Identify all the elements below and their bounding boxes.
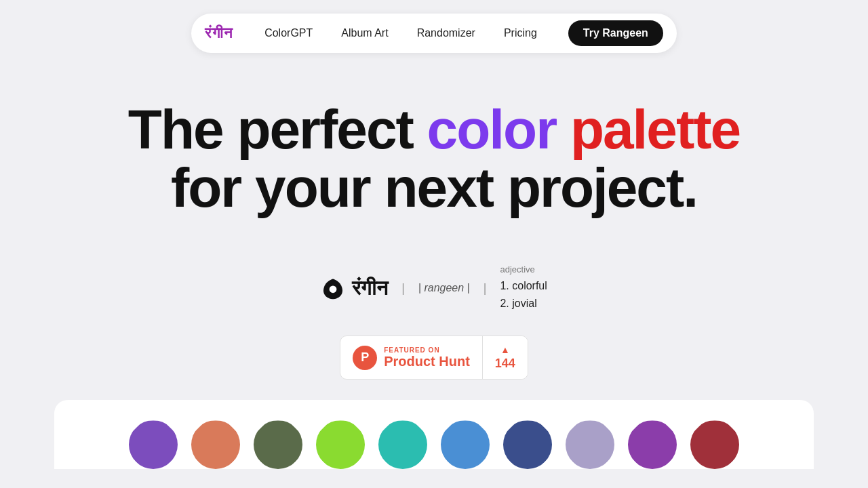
brand-name-text: रंगीन: [352, 277, 388, 300]
swatch-navy[interactable]: [503, 420, 552, 469]
ph-upvote-arrow-icon: ▲: [500, 344, 510, 355]
hero-section: The perfect color palette for your next …: [0, 66, 868, 237]
hero-title: The perfect color palette for your next …: [14, 100, 854, 217]
ph-upvote-block[interactable]: ▲ 144: [482, 336, 528, 379]
hero-title-part2: for your next project.: [171, 157, 697, 218]
navbar: रंगीन ColorGPT Album Art Randomizer Pric…: [0, 0, 868, 66]
logo[interactable]: रंगीन: [205, 24, 233, 42]
product-hunt-badge[interactable]: P FEATURED ON Product Hunt ▲ 144: [340, 336, 528, 380]
part-of-speech: adjective: [500, 264, 547, 274]
definition-text: adjective 1. colorful 2. jovial: [500, 264, 547, 312]
swatch-lime[interactable]: [316, 420, 365, 469]
nav-link-album-art[interactable]: Album Art: [330, 22, 399, 45]
meaning-1: 1. colorful: [500, 277, 547, 295]
hero-title-part1: The perfect: [128, 98, 427, 160]
nav-inner: रंगीन ColorGPT Album Art Randomizer Pric…: [191, 14, 677, 53]
swatch-purple[interactable]: [129, 420, 178, 469]
hero-title-color: color: [427, 98, 556, 160]
ph-text-block: FEATURED ON Product Hunt: [384, 346, 470, 369]
ph-logo-icon: P: [353, 346, 377, 370]
meaning-2: 2. jovial: [500, 295, 547, 312]
brand-mark: रंगीन: [321, 276, 388, 300]
nav-link-colorgpt[interactable]: ColorGPT: [254, 22, 323, 45]
ph-badge-left: P FEATURED ON Product Hunt: [340, 338, 482, 378]
hero-title-space: [556, 98, 570, 160]
ph-featured-label: FEATURED ON: [384, 346, 470, 354]
ph-upvote-count: 144: [495, 357, 515, 371]
hero-title-palette: palette: [570, 98, 740, 160]
definition-meanings: 1. colorful 2. jovial: [500, 277, 547, 312]
swatch-olive[interactable]: [254, 420, 302, 469]
swatches-section: [54, 400, 814, 469]
product-hunt-container: P FEATURED ON Product Hunt ▲ 144: [0, 336, 868, 380]
swatch-salmon[interactable]: [191, 420, 240, 469]
try-rangeen-button[interactable]: Try Rangeen: [568, 20, 663, 46]
pronunciation-text: | rangeen |: [418, 282, 470, 294]
swatch-teal[interactable]: [378, 420, 427, 469]
definition-divider: |: [401, 281, 405, 296]
nav-link-pricing[interactable]: Pricing: [493, 22, 548, 45]
definition-block: रंगीन | | rangeen | | adjective 1. color…: [0, 264, 868, 312]
definition-divider2: |: [484, 281, 487, 296]
svg-point-0: [330, 286, 337, 293]
swatch-blue[interactable]: [441, 420, 490, 469]
swatch-lavender[interactable]: [566, 420, 614, 469]
rangeen-logo-icon: [321, 276, 345, 300]
swatch-crimson[interactable]: [690, 420, 739, 469]
swatch-violet[interactable]: [628, 420, 677, 469]
ph-name: Product Hunt: [384, 354, 470, 369]
nav-link-randomizer[interactable]: Randomizer: [406, 22, 486, 45]
nav-links: ColorGPT Album Art Randomizer Pricing: [254, 22, 548, 45]
